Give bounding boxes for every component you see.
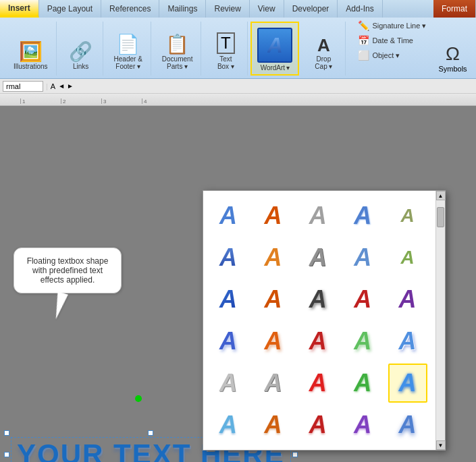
tab-format[interactable]: Format	[433, 0, 476, 18]
gallery-item-5[interactable]: A	[388, 196, 427, 235]
tab-insert[interactable]: Insert	[0, 0, 39, 18]
horizontal-ruler: 1 2 3 4	[0, 94, 476, 106]
drop-cap-button[interactable]: A DropCap ▾	[307, 34, 340, 73]
gallery-item-15[interactable]: A	[388, 280, 427, 319]
gallery-item-6[interactable]: A	[209, 238, 248, 277]
gallery-item-29[interactable]: A	[343, 405, 382, 444]
document-area: Floating textbox shape with predefined t…	[0, 106, 476, 462]
ruler-mark-1: 1	[20, 98, 61, 104]
links-icon: 🔗	[69, 42, 92, 61]
gallery-item-20[interactable]: A	[388, 322, 427, 361]
gallery-item-7[interactable]: A	[253, 238, 292, 277]
document-parts-button[interactable]: 📋 DocumentParts ▾	[159, 32, 196, 73]
ribbon: Insert Page Layout References Mailings R…	[0, 0, 476, 79]
style-input[interactable]	[3, 81, 43, 92]
gallery-item-8[interactable]: A	[298, 238, 338, 277]
tab-mailings[interactable]: Mailings	[159, 0, 206, 18]
gallery-item-30[interactable]: A	[388, 405, 427, 444]
tab-developer[interactable]: Developer	[284, 0, 338, 18]
links-button[interactable]: 🔗 Links	[65, 40, 97, 73]
font-size-indicator: A	[51, 82, 55, 90]
omega-icon: Ω	[446, 43, 460, 65]
toolbar-divider: |	[46, 82, 48, 90]
header-footer-button[interactable]: 📄 Header &Footer ▾	[111, 32, 145, 73]
gallery-item-1[interactable]: A	[209, 196, 248, 235]
symbols-button[interactable]: Ω Symbols	[435, 40, 469, 76]
wordart-icon: A	[257, 28, 292, 63]
tab-add-ins[interactable]: Add-Ins	[338, 0, 382, 18]
group-header-footer: 📄 Header &Footer ▾	[106, 22, 151, 76]
group-drop-cap: A DropCap ▾	[302, 22, 346, 76]
toolbar-row: | A ◄ ►	[0, 79, 476, 94]
date-time-icon: 📅	[358, 35, 369, 46]
gallery-scrollbar[interactable]: ▲ ▼	[435, 191, 445, 450]
gallery-item-22[interactable]: A	[253, 364, 292, 403]
handle-top-center[interactable]	[148, 430, 153, 436]
tab-page-layout[interactable]: Page Layout	[39, 0, 101, 18]
gallery-item-21[interactable]: A	[209, 364, 248, 403]
text-box-icon: T	[217, 32, 235, 54]
scroll-up-button[interactable]: ▲	[436, 191, 446, 200]
date-time-button[interactable]: 📅 Date & Time	[354, 34, 430, 47]
gallery-item-11[interactable]: A	[209, 280, 248, 319]
ruler-mark-4: 4	[142, 98, 182, 104]
scroll-thumb[interactable]	[437, 207, 444, 227]
gallery-item-2[interactable]: A	[253, 196, 292, 235]
wordart-gallery: A A A A A A A A A A A A A A A A A A A A …	[203, 190, 446, 451]
rotation-handle[interactable]	[135, 395, 142, 402]
object-icon: ⬜	[358, 50, 369, 61]
text-box-button[interactable]: T TextBox ▾	[209, 30, 242, 73]
scroll-track	[436, 200, 445, 440]
group-document-parts: 📋 DocumentParts ▾	[154, 22, 202, 76]
gallery-item-26[interactable]: A	[209, 405, 248, 444]
callout-tooltip: Floating textbox shape with predefined t…	[14, 248, 122, 293]
gallery-item-25[interactable]: A	[388, 364, 427, 403]
gallery-item-19[interactable]: A	[343, 322, 382, 361]
illustrations-icon: 🖼️	[19, 42, 43, 61]
illustrations-button[interactable]: 🖼️ Illustrations	[11, 40, 51, 73]
group-right-buttons: ✏️ Signature Line ▾ 📅 Date & Time ⬜ Obje…	[348, 22, 475, 76]
signature-icon: ✏️	[358, 20, 369, 31]
gallery-item-14[interactable]: A	[343, 280, 382, 319]
gallery-item-24[interactable]: A	[343, 364, 382, 403]
group-wordart: A WordArt ▾	[250, 22, 299, 76]
ruler-mark-3: 3	[101, 98, 142, 104]
gallery-item-28[interactable]: A	[298, 405, 338, 444]
tab-references[interactable]: References	[101, 0, 159, 18]
scroll-down-button[interactable]: ▼	[436, 440, 446, 450]
gallery-item-10[interactable]: A	[388, 238, 427, 277]
group-illustrations: 🖼️ Illustrations	[5, 22, 57, 76]
drop-cap-icon: A	[317, 36, 330, 54]
gallery-item-9[interactable]: A	[343, 238, 382, 277]
gallery-item-23[interactable]: A	[298, 364, 338, 403]
document-parts-icon: 📋	[165, 35, 189, 54]
object-button[interactable]: ⬜ Object ▾	[354, 49, 430, 62]
handle-middle-right[interactable]	[292, 452, 298, 457]
gallery-item-27[interactable]: A	[253, 405, 292, 444]
group-links: 🔗 Links	[59, 22, 103, 76]
tab-view[interactable]: View	[250, 0, 284, 18]
gallery-item-16[interactable]: A	[209, 322, 248, 361]
gallery-item-13[interactable]: A	[298, 280, 338, 319]
handle-top-left[interactable]	[4, 430, 9, 436]
signature-line-button[interactable]: ✏️ Signature Line ▾	[354, 19, 430, 32]
handle-middle-left[interactable]	[4, 452, 9, 457]
gallery-item-18[interactable]: A	[298, 322, 338, 361]
gallery-item-3[interactable]: A	[298, 196, 338, 235]
wordart-button[interactable]: A WordArt ▾	[257, 28, 292, 71]
ribbon-body: 🖼️ Illustrations 🔗 Links 📄 Header &Foote…	[0, 18, 476, 78]
ribbon-tab-bar: Insert Page Layout References Mailings R…	[0, 0, 476, 18]
gallery-grid: A A A A A A A A A A A A A A A A A A A A …	[203, 191, 445, 450]
gallery-item-12[interactable]: A	[253, 280, 292, 319]
gallery-item-17[interactable]: A	[253, 322, 292, 361]
toolbar-arrow: ◄ ►	[58, 82, 74, 90]
gallery-item-4[interactable]: A	[343, 196, 382, 235]
tab-review[interactable]: Review	[206, 0, 249, 18]
group-text-box: T TextBox ▾	[204, 22, 248, 76]
ruler-mark-2: 2	[61, 98, 101, 104]
header-footer-icon: 📄	[116, 35, 140, 54]
